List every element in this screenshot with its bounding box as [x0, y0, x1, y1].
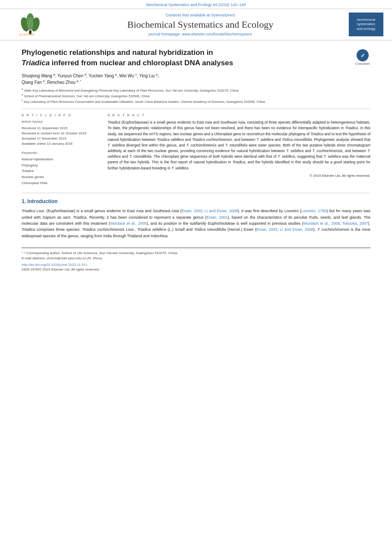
affiliations: a State Key Laboratory of Biocontrol and… [22, 87, 370, 104]
journal-center: Contents lists available at ScienceDirec… [52, 13, 349, 36]
abstract-heading: A B S T R A C T [108, 113, 370, 117]
ref-tokuoka2007[interactable]: Tokuoka, 2007 [342, 221, 368, 226]
journal-citation-text: Biochemical Systematics and Ecology 64 (… [146, 3, 245, 7]
keyword-4: Nuclear genes [22, 174, 97, 180]
ref-li-esser2008[interactable]: Li and Esser, 2008 [205, 209, 238, 213]
elsevier-logo: ELSEVIER [9, 13, 52, 36]
ref-li-esser2008b[interactable]: Li and Esser, 2008 [280, 227, 313, 232]
affiliation-a: State Key Laboratory of Biocontrol and G… [24, 89, 238, 92]
svg-text:ELSEVIER: ELSEVIER [19, 33, 35, 36]
ref-esser2002b[interactable]: Esser, 2002 [256, 227, 277, 232]
ref-loureiro1790[interactable]: Loureiro, 1790 [301, 209, 327, 213]
sciencedirect-label: Contents lists available at ScienceDirec… [52, 13, 349, 17]
abstract-copyright: © 2015 Elsevier Ltd. All rights reserved… [108, 174, 370, 178]
homepage-url[interactable]: www.elsevier.com/locate/biochemsyseco [182, 32, 252, 36]
article-title-section: Phylogenetic relationships and natural h… [22, 48, 370, 68]
abstract-column: A B S T R A C T Triadica (Euphorbiaceae)… [108, 113, 370, 186]
keywords-section: Keywords: Natural hybridization Phylogen… [22, 151, 97, 186]
ref-esser2001[interactable]: Esser, 2001 [207, 215, 228, 220]
svg-point-4 [27, 17, 34, 30]
keyword-3: Triadica [22, 168, 97, 174]
article-title: Phylogenetic relationships and natural h… [22, 48, 351, 68]
keywords-label: Keywords: [22, 151, 97, 155]
received-revised-date: Received in revised form 31 October 2015 [22, 131, 97, 136]
journal-title: Biochemical Systematics and Ecology [52, 19, 349, 30]
journal-homepage: journal homepage: www.elsevier.com/locat… [52, 32, 349, 36]
introduction-text: Triadica Lour. (Euphorbiaceae) is a smal… [22, 208, 370, 239]
ref-wurdack2005b[interactable]: Wurdack et al., 2005 [303, 221, 340, 226]
crossmark-icon: ✓ [357, 49, 369, 61]
article-info-column: A R T I C L E I N F O Article history: R… [22, 113, 97, 186]
footnote-corresponding: * * Corresponding author. School of Life… [22, 251, 370, 256]
crossmark-label: CrossMark [355, 62, 370, 65]
elsevier-tree-icon: ELSEVIER [15, 13, 45, 36]
affiliation-b: School of Pharmaceutical Sciences, Sun Y… [24, 94, 150, 98]
homepage-label: journal homepage: [149, 32, 181, 36]
main-content: Phylogenetic relationships and natural h… [0, 41, 392, 277]
journal-cover-title: biochemicalsystematicsand ecology [351, 18, 381, 31]
article-info-heading: A R T I C L E I N F O [22, 113, 97, 117]
journal-header: ELSEVIER Contents lists available at Sci… [0, 9, 392, 41]
crossmark-badge: ✓ CrossMark [355, 49, 370, 65]
introduction-section: 1. Introduction Triadica Lour. (Euphorbi… [22, 193, 370, 239]
issn-line: 0305-1978/© 2015 Elsevier Ltd. All right… [22, 268, 370, 271]
footnote-section: * * Corresponding author. School of Life… [22, 248, 370, 271]
available-date: Available online 13 January 2016 [22, 141, 97, 146]
ref-esser2002[interactable]: Esser, 2002 [182, 209, 202, 213]
journal-cover-box: biochemicalsystematicsand ecology [349, 13, 383, 36]
keyword-1: Natural hybridization [22, 156, 97, 162]
two-column-layout: A R T I C L E I N F O Article history: R… [22, 113, 370, 186]
doi-link[interactable]: http://dx.doi.org/10.1016/j.bse.2015.11.… [22, 263, 370, 267]
divider [22, 108, 370, 109]
ref-wurdack2005a[interactable]: Wurdack et al., 2005 [110, 221, 147, 226]
affiliation-c: Key Laboratory of Plant Resources Conser… [24, 100, 265, 104]
footnote-email: E-mail address: zhorch@mail.sysu.edu.cn … [22, 256, 370, 261]
journal-citation-bar: Biochemical Systematics and Ecology 64 (… [0, 0, 392, 9]
abstract-text: Triadica (Euphorbiaceae) is a small genu… [108, 120, 370, 171]
accepted-date: Accepted 17 November 2015 [22, 136, 97, 141]
keyword-5: Chloroplast DNA [22, 180, 97, 186]
authors-line: Shuqiong Wang a, Yunyun Chen b, Yuchen Y… [22, 73, 370, 86]
introduction-heading: 1. Introduction [22, 198, 370, 204]
article-history-label: Article history: [22, 120, 97, 124]
keyword-2: Phylogeny [22, 162, 97, 169]
received-date: Received 21 September 2015 [22, 126, 97, 131]
sciencedirect-link[interactable]: ScienceDirect [211, 13, 235, 17]
